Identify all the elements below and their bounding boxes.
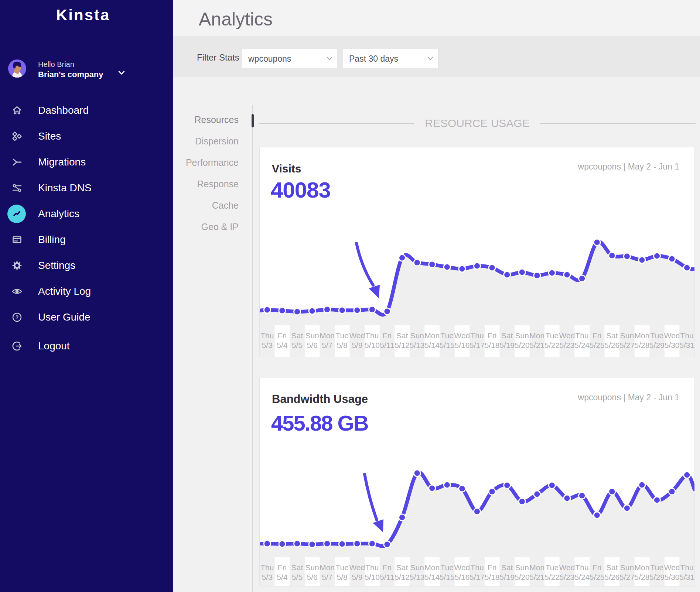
svg-text:?: ? xyxy=(16,314,19,320)
